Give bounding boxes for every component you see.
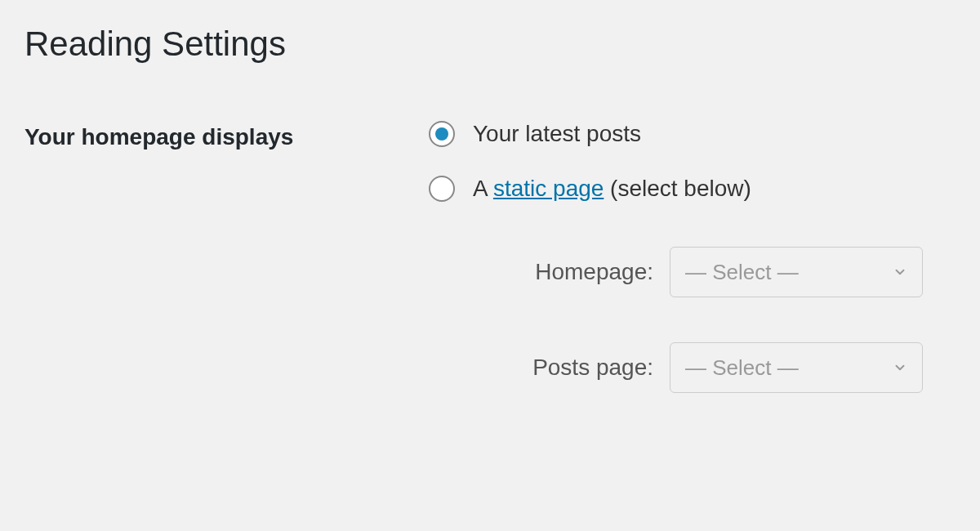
static-page-suffix: (select below) xyxy=(604,176,751,201)
radio-dot-icon xyxy=(435,127,448,141)
homepage-select-value: — Select — xyxy=(685,260,799,285)
static-page-prefix: A xyxy=(473,176,493,201)
radio-static-page-label: A static page (select below) xyxy=(473,176,751,202)
homepage-displays-label: Your homepage displays xyxy=(24,121,429,150)
page-title: Reading Settings xyxy=(24,25,956,64)
posts-page-select-row: Posts page: — Select — xyxy=(429,342,956,393)
homepage-select-label: Homepage: xyxy=(535,259,653,285)
static-page-link[interactable]: static page xyxy=(493,176,604,201)
chevron-down-icon xyxy=(893,360,907,375)
posts-page-select-value: — Select — xyxy=(685,355,799,381)
homepage-displays-options: Your latest posts A static page (select … xyxy=(429,121,956,438)
radio-latest-posts-label: Your latest posts xyxy=(473,121,641,147)
radio-icon xyxy=(429,176,455,202)
chevron-down-icon xyxy=(893,265,907,279)
radio-latest-posts[interactable]: Your latest posts xyxy=(429,121,956,147)
posts-page-select[interactable]: — Select — xyxy=(670,342,923,393)
radio-static-page[interactable]: A static page (select below) xyxy=(429,176,956,202)
homepage-select-row: Homepage: — Select — xyxy=(429,247,956,297)
homepage-displays-row: Your homepage displays Your latest posts… xyxy=(24,121,956,438)
posts-page-select-label: Posts page: xyxy=(532,355,653,381)
homepage-select[interactable]: — Select — xyxy=(670,247,923,297)
radio-icon xyxy=(429,121,455,147)
